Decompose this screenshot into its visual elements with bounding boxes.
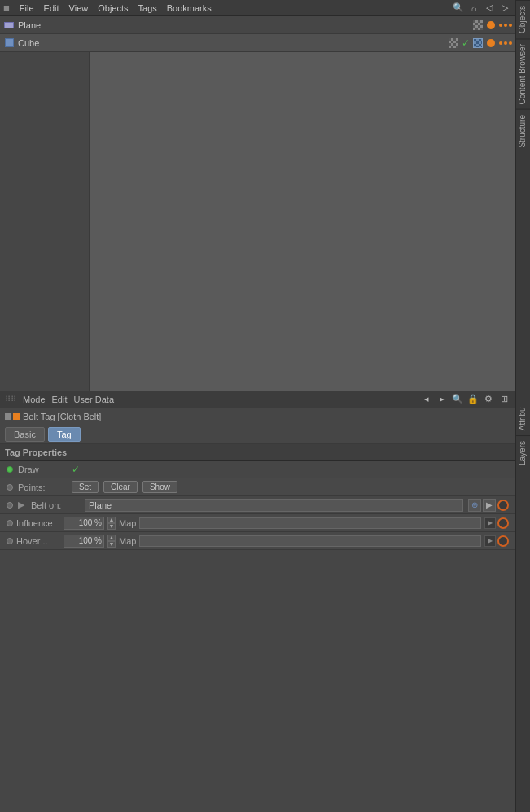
right-sidebar-top: Objects Content Browser Structure: [515, 0, 530, 407]
points-label: Points:: [18, 482, 67, 492]
menu-objects[interactable]: Objects: [98, 3, 128, 13]
influence-label: Influence: [16, 518, 60, 528]
influence-end-arrow[interactable]: ▶: [484, 517, 496, 529]
attr-forward-icon[interactable]: ▸: [436, 393, 449, 406]
nav-back-icon[interactable]: ◁: [483, 2, 496, 15]
draw-label: Draw: [18, 465, 67, 474]
attr-settings-icon[interactable]: ⚙: [482, 393, 495, 406]
set-button[interactable]: Set: [72, 481, 99, 493]
influence-map-label: Map: [119, 518, 136, 528]
plane-tag-checkered: [473, 20, 483, 30]
plane-tag-dots: [499, 24, 512, 27]
hover-label: Hover ..: [16, 536, 60, 546]
influence-dot: [7, 520, 13, 526]
cube-tag-dots: [499, 41, 512, 45]
belt-on-row: ▶ Belt on: ⊕ ▶: [0, 496, 515, 514]
belt-on-value-input[interactable]: [85, 499, 463, 512]
right-sidebar-bottom: Attributes Layers: [515, 391, 530, 812]
clear-button[interactable]: Clear: [103, 481, 138, 493]
influence-row: Influence ▲ ▼ Map ▶: [0, 514, 515, 532]
left-panel: [0, 52, 90, 391]
menu-view[interactable]: View: [69, 3, 89, 13]
belt-on-expand-icon: ▶: [18, 500, 24, 510]
sidebar-tab-objects[interactable]: Objects: [516, 0, 530, 38]
cube-tag-active: [473, 38, 483, 48]
points-dot: [7, 484, 13, 491]
draw-checkmark: ✓: [72, 464, 80, 475]
menu-edit[interactable]: Edit: [44, 3, 59, 13]
hover-spinner[interactable]: ▲ ▼: [107, 535, 116, 548]
menu-file[interactable]: File: [20, 3, 34, 13]
belt-on-pick-icon[interactable]: ⊕: [468, 499, 481, 512]
points-row: Points: Set Clear Show: [0, 478, 515, 496]
menu-bookmarks[interactable]: Bookmarks: [167, 3, 212, 13]
hover-row: Hover .. ▲ ▼ Map ▶: [0, 532, 515, 550]
section-title: Tag Properties: [5, 447, 67, 457]
menu-tags[interactable]: Tags: [138, 3, 157, 13]
belt-tag-icon1: [5, 413, 11, 420]
draw-row: Draw ✓: [0, 461, 515, 478]
belt-on-dot: [7, 502, 13, 509]
nav-forward-icon[interactable]: ▷: [498, 2, 511, 15]
cube-name: Cube: [18, 38, 445, 48]
attr-expand-icon[interactable]: ⊞: [497, 393, 510, 406]
hover-end-arrow[interactable]: ▶: [484, 535, 496, 547]
hover-dot: [7, 538, 13, 544]
belt-on-label: Belt on:: [31, 500, 80, 510]
hover-spin-up[interactable]: ▲: [107, 535, 116, 541]
search-icon[interactable]: 🔍: [452, 2, 465, 15]
tab-tag[interactable]: Tag: [48, 427, 81, 442]
cube-tag-dot1: [487, 39, 495, 47]
hover-spin-down[interactable]: ▼: [107, 541, 116, 548]
section-header-tag-properties: Tag Properties: [0, 444, 515, 461]
object-row-cube[interactable]: Cube ✓: [0, 34, 515, 52]
home-icon[interactable]: ⌂: [467, 2, 480, 15]
mode-label[interactable]: Mode: [23, 395, 46, 404]
sidebar-tab-structure[interactable]: Structure: [516, 109, 530, 153]
attr-lock-icon[interactable]: 🔒: [466, 393, 480, 406]
hover-input[interactable]: [64, 535, 104, 548]
toolbar-handle-icon: ⠿⠿: [5, 395, 16, 404]
cube-tag-checkered: [449, 38, 458, 48]
viewport: [90, 52, 515, 391]
influence-map-bar: [139, 517, 481, 529]
app-icon: ■: [3, 2, 10, 14]
belt-on-arrow-icon[interactable]: ▶: [483, 499, 496, 512]
edit-label[interactable]: Edit: [52, 395, 68, 404]
tabs-row: Basic Tag: [0, 425, 515, 444]
tab-basic[interactable]: Basic: [5, 427, 45, 442]
hover-map-label: Map: [119, 536, 136, 546]
plane-name: Plane: [18, 20, 470, 30]
sidebar-tab-layers[interactable]: Layers: [516, 435, 530, 470]
influence-end-circle[interactable]: [497, 517, 509, 529]
attributes-panel: ⠿⠿ Mode Edit User Data ◂ ▸ 🔍 🔒 ⚙ ⊞ Belt …: [0, 391, 515, 812]
plane-tag-dot1: [487, 21, 495, 29]
influence-spin-up[interactable]: ▲: [107, 517, 116, 523]
cube-tag-checkmark: ✓: [462, 37, 470, 49]
show-button[interactable]: Show: [142, 481, 177, 493]
draw-dot: [7, 466, 13, 473]
user-data-label[interactable]: User Data: [74, 395, 115, 404]
influence-spin-down[interactable]: ▼: [107, 523, 116, 530]
hover-map-bar: [139, 535, 481, 547]
mode-toolbar: ⠿⠿ Mode Edit User Data ◂ ▸ 🔍 🔒 ⚙ ⊞: [0, 391, 515, 408]
plane-object-icon: [3, 20, 15, 31]
hover-end-circle[interactable]: [497, 535, 509, 547]
cube-object-icon: [3, 37, 15, 49]
belt-on-circle-icon[interactable]: [497, 500, 509, 511]
belt-tag-label: Belt Tag [Cloth Belt]: [23, 412, 101, 421]
attr-back-icon[interactable]: ◂: [420, 393, 433, 406]
attr-search-icon[interactable]: 🔍: [451, 393, 464, 406]
influence-spinner[interactable]: ▲ ▼: [107, 517, 116, 530]
menu-bar: ■ File Edit View Objects Tags Bookmarks …: [0, 0, 530, 16]
belt-tag-icon2: [13, 413, 20, 420]
object-row-plane[interactable]: Plane: [0, 16, 515, 34]
influence-input[interactable]: [64, 517, 104, 530]
sidebar-tab-content-browser[interactable]: Content Browser: [516, 38, 530, 109]
belt-tag-info: Belt Tag [Cloth Belt]: [0, 408, 515, 425]
